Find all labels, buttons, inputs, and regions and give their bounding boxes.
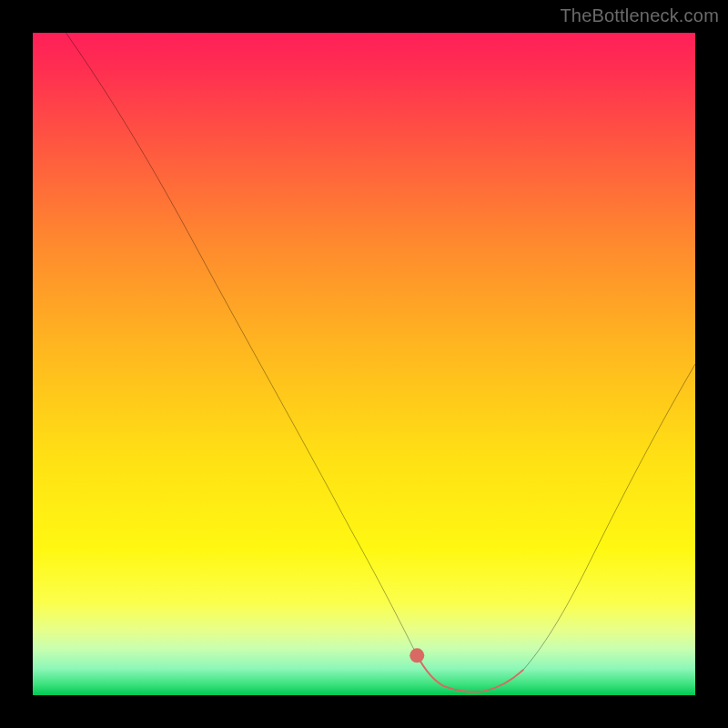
- chart-area: [33, 33, 695, 695]
- chart-stage: TheBottleneck.com: [0, 0, 728, 728]
- optimal-highlight-start-dot: [410, 648, 424, 662]
- bottleneck-curve: [66, 33, 695, 692]
- watermark-text: TheBottleneck.com: [560, 5, 719, 26]
- optimal-highlight: [417, 655, 522, 692]
- chart-svg: [33, 33, 695, 695]
